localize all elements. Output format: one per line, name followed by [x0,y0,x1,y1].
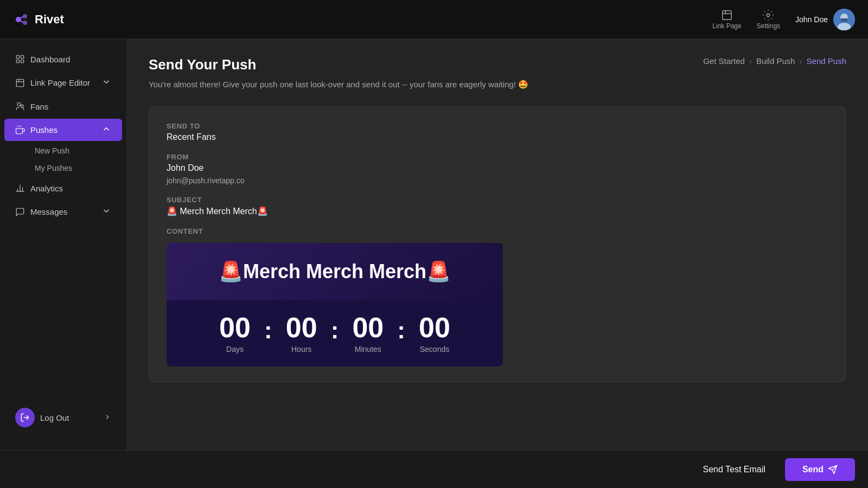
sidebar-item-messages[interactable]: Messages [4,201,122,223]
content-field: Content 🚨Merch Merch Merch🚨 00 Days [167,227,828,367]
countdown-days: 00 Days [208,313,262,354]
svg-rect-12 [841,18,847,22]
svg-point-8 [767,14,770,17]
sidebar-item-dashboard[interactable]: Dashboard [4,49,122,69]
logout-button[interactable]: Log Out [4,402,122,433]
svg-rect-5 [723,10,732,20]
messages-chevron-icon [101,206,111,217]
bottom-bar: Send Test Email Send [0,450,868,488]
pushes-chevron-icon [101,124,111,136]
email-banner-title: 🚨Merch Merch Merch🚨 [180,260,490,283]
sidebar-item-my-pushes[interactable]: My Pushes [9,159,126,177]
email-preview: 🚨Merch Merch Merch🚨 00 Days : 00 [167,243,503,367]
breadcrumb-sep-1: › [749,56,752,66]
sidebar-item-new-push[interactable]: New Push [9,142,126,159]
logout-chevron-icon [104,413,111,422]
svg-rect-13 [16,55,19,58]
sidebar-item-analytics[interactable]: Analytics [4,178,122,198]
sign-out-icon [20,413,30,422]
pushes-icon [15,125,25,135]
svg-line-4 [21,21,23,22]
countdown: 00 Days : 00 Hours : 00 [180,313,490,354]
settings-nav-item[interactable]: Settings [757,9,780,30]
gear-icon [762,9,774,21]
fans-icon [15,101,25,111]
link-page-chevron-icon [101,77,111,88]
svg-rect-15 [16,60,19,63]
send-icon [828,465,838,474]
breadcrumb-sep-2: › [800,56,802,66]
analytics-icon [15,183,25,193]
svg-point-21 [21,105,24,107]
user-name-label: John Doe [795,15,828,24]
dashboard-icon [15,54,25,64]
sidebar-item-fans[interactable]: Fans [4,96,122,117]
send-test-email-button[interactable]: Send Test Email [692,459,776,480]
avatar-image [833,9,855,30]
from-email: john@push.rivetapp.co [167,176,828,185]
breadcrumb: Get Started › Build Push › Send Push [703,56,846,66]
sidebar: Dashboard Link Page Editor Fans [0,39,127,450]
svg-point-2 [23,21,27,25]
countdown-sep-2: : [329,313,341,344]
sidebar-bottom: Log Out [0,394,126,441]
user-section: John Doe [795,9,855,30]
email-banner: 🚨Merch Merch Merch🚨 [167,243,503,300]
send-button[interactable]: Send [785,458,855,481]
countdown-minutes: 00 Minutes [341,313,395,354]
logout-icon [15,408,35,427]
from-field: From John Doe john@push.rivetapp.co [167,153,828,185]
countdown-seconds: 00 Seconds [407,313,462,354]
topnav-actions: Link Page Settings John Doe [712,9,855,30]
subject-field: Subject 🚨 Merch Merch Merch🚨 [167,196,828,216]
countdown-sep-3: : [395,313,407,344]
link-page-icon [15,78,25,88]
svg-rect-14 [21,55,24,58]
avatar[interactable] [833,9,855,30]
email-preview-wrapper: 🚨Merch Merch Merch🚨 00 Days : 00 [167,243,828,367]
svg-line-3 [21,17,23,18]
main-content: Send Your Push Get Started › Build Push … [127,39,868,450]
send-to-field: Send To Recent Fans [167,122,828,142]
svg-point-0 [16,17,21,22]
countdown-section: 00 Days : 00 Hours : 00 [167,300,503,367]
svg-point-1 [23,14,27,18]
app-logo[interactable]: Rivet [13,11,712,28]
svg-rect-17 [16,79,24,87]
pushes-submenu: New Push My Pushes [0,142,126,177]
top-nav: Rivet Link Page Settings John Doe [0,0,868,39]
countdown-sep-1: : [262,313,275,344]
link-page-nav-icon [721,9,733,21]
logo-icon [13,11,30,28]
svg-rect-16 [21,60,24,63]
sidebar-item-pushes[interactable]: Pushes [4,119,122,141]
countdown-hours: 00 Hours [275,313,329,354]
page-title: Send Your Push [149,56,256,73]
messages-icon [15,207,25,217]
svg-point-20 [17,102,21,106]
from-name: John Doe [167,163,828,173]
page-subtitle: You're almost there! Give your push one … [149,79,846,91]
push-details-card: Send To Recent Fans From John Doe john@p… [149,106,846,382]
main-layout: Dashboard Link Page Editor Fans [0,39,868,450]
sidebar-item-link-page-editor[interactable]: Link Page Editor [4,72,122,94]
link-page-nav-item[interactable]: Link Page [712,9,741,30]
